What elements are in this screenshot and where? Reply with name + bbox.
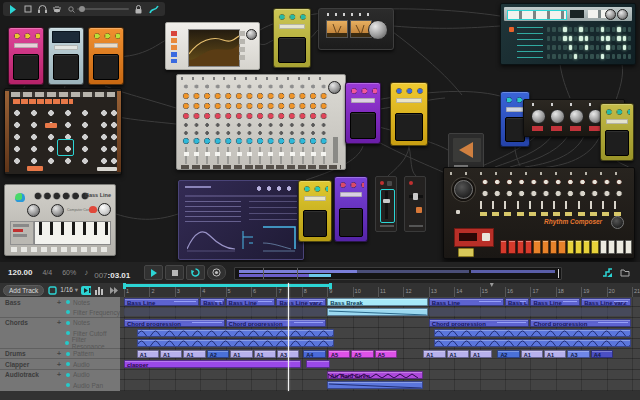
cable-mode-icon[interactable] xyxy=(149,4,159,14)
pattern-clip-a1[interactable]: A1 xyxy=(160,350,182,358)
keyboard[interactable] xyxy=(34,221,111,245)
pad[interactable] xyxy=(558,45,561,50)
loop-region[interactable] xyxy=(124,284,330,287)
add-lane-button[interactable]: + xyxy=(57,361,66,368)
pattern-clip-a1[interactable]: A1 xyxy=(423,350,445,358)
lane-label[interactable]: Pattern xyxy=(73,350,94,357)
mixer-channel-buttons[interactable] xyxy=(13,99,73,104)
pad[interactable] xyxy=(601,45,604,50)
browser-icon[interactable] xyxy=(620,267,630,277)
pad[interactable] xyxy=(612,54,615,59)
pad[interactable] xyxy=(606,45,609,50)
track-row-audiotrack[interactable]: Audiotrack+Audio xyxy=(0,370,120,380)
tempo-knob[interactable] xyxy=(454,180,473,199)
pattern-clip-a2[interactable]: A2 xyxy=(207,350,229,358)
pattern-clip-a1[interactable]: A1 xyxy=(230,350,252,358)
drum-machine-808[interactable]: Rhythm Composer xyxy=(443,167,635,259)
device-canvas[interactable]: Bass Line Computer Controlled xyxy=(0,0,640,262)
pattern-clip-a1[interactable]: A1 xyxy=(544,350,566,358)
record-button[interactable] xyxy=(207,265,226,280)
pattern-clip-a4[interactable]: A4 xyxy=(303,350,325,358)
pad[interactable] xyxy=(628,36,631,41)
clip-wave[interactable] xyxy=(137,329,334,337)
lane-active-dot[interactable] xyxy=(66,331,70,335)
track-name[interactable]: Drums xyxy=(0,350,57,357)
lock-icon[interactable] xyxy=(135,4,144,14)
loop-button[interactable] xyxy=(186,265,205,280)
console-knob-row-send1[interactable] xyxy=(181,92,329,100)
track-name[interactable]: Audiotrack xyxy=(0,371,57,378)
track-name[interactable]: Bass xyxy=(0,299,57,306)
lane-label[interactable]: Audio xyxy=(73,361,90,368)
eq-knob[interactable] xyxy=(246,29,257,40)
pad[interactable] xyxy=(590,54,593,59)
track-name[interactable]: Chords xyxy=(0,319,57,326)
pad[interactable] xyxy=(574,54,577,59)
pattern-clip-a4[interactable]: A4 xyxy=(591,350,613,358)
preamp-knob[interactable] xyxy=(531,109,546,124)
pedal-footswitch[interactable] xyxy=(278,37,306,63)
step-button-11[interactable] xyxy=(583,240,590,254)
compressor-unit[interactable] xyxy=(318,8,394,50)
track-row-clapper[interactable]: Clapper+Audio xyxy=(0,359,120,369)
pedal-lightblue[interactable] xyxy=(48,27,84,85)
compressor-knob[interactable] xyxy=(368,20,388,40)
pedal-pink[interactable] xyxy=(8,27,44,85)
pad[interactable] xyxy=(617,54,620,59)
pad[interactable] xyxy=(563,45,566,50)
add-lane-button[interactable]: + xyxy=(57,350,66,357)
pad[interactable] xyxy=(596,54,599,59)
pedal-olive-right[interactable] xyxy=(600,103,634,161)
fader-module-1[interactable] xyxy=(375,176,397,232)
step-buttons[interactable] xyxy=(500,240,632,254)
pad[interactable] xyxy=(585,54,588,59)
clip-bass-line-var2[interactable]: Bass Line var2 xyxy=(581,298,631,306)
pedal-knobs[interactable] xyxy=(302,184,328,194)
lane-active-dot[interactable] xyxy=(65,341,69,345)
clip-ramp[interactable] xyxy=(327,308,428,316)
level-knob-row[interactable] xyxy=(480,178,626,186)
add-lane-button[interactable]: + xyxy=(57,371,66,378)
timeline[interactable]: 123456789101112131415161718192021 Bass L… xyxy=(120,283,640,391)
tone-knob-row[interactable] xyxy=(480,189,626,198)
clip-clapper[interactable]: clapper xyxy=(124,360,301,368)
bassline-synth[interactable]: Bass Line Computer Controlled xyxy=(4,184,116,256)
pedal-footswitch[interactable] xyxy=(350,112,376,139)
pad[interactable] xyxy=(579,45,582,50)
pad[interactable] xyxy=(563,36,566,41)
pedal-footswitch[interactable] xyxy=(13,54,39,80)
pad[interactable] xyxy=(623,45,626,50)
pad[interactable] xyxy=(552,27,555,32)
pad[interactable] xyxy=(579,36,582,41)
automation-icon[interactable] xyxy=(602,267,612,277)
console-knob-row-send2[interactable] xyxy=(181,102,329,110)
pedal-knobs[interactable] xyxy=(12,31,40,41)
track-row-bass[interactable]: Bass+Notes xyxy=(0,297,120,307)
pedal-knobs[interactable] xyxy=(349,86,377,96)
pad[interactable] xyxy=(574,45,577,50)
clip-wave[interactable] xyxy=(434,339,631,347)
synth-editor-panel[interactable] xyxy=(178,180,304,260)
pad[interactable] xyxy=(585,27,588,32)
loop-marker[interactable] xyxy=(123,283,126,289)
pad[interactable] xyxy=(558,36,561,41)
step-button-14[interactable] xyxy=(608,240,615,254)
step-button-4[interactable] xyxy=(525,240,532,254)
pad[interactable] xyxy=(590,45,593,50)
pedal-footswitch[interactable] xyxy=(339,208,363,237)
pad[interactable] xyxy=(601,54,604,59)
pad[interactable] xyxy=(612,45,615,50)
step-button-10[interactable] xyxy=(575,240,582,254)
sequencer-pad-grid[interactable] xyxy=(547,27,633,62)
clip-bass-li[interactable]: Bass Li xyxy=(200,298,224,306)
console-knob-row-cue[interactable] xyxy=(181,137,329,145)
fader-module-2[interactable] xyxy=(404,176,426,232)
mixing-console[interactable] xyxy=(176,74,346,170)
clip-chord-progression[interactable]: Chord progression xyxy=(124,319,225,327)
pad[interactable] xyxy=(628,45,631,50)
pedal-footswitch[interactable] xyxy=(605,130,629,156)
clip-chord-progression[interactable]: Chord progression xyxy=(429,319,530,327)
console-faders[interactable] xyxy=(181,147,329,164)
accent-knob[interactable] xyxy=(611,216,624,229)
track-row-chords[interactable]: Chords+Notes xyxy=(0,318,120,328)
